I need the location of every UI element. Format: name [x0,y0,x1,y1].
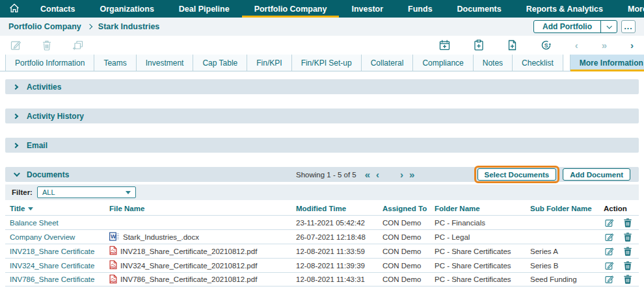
section-label: Activity History [27,112,84,121]
chevron-right-icon [13,142,18,147]
tab-collateral[interactable]: Collateral [362,55,414,71]
nav-item-portfolio-company[interactable]: Portfolio Company [242,0,340,18]
documents-pagination: Showing 1 - 5 of 5 « ‹ › » [296,167,414,182]
svg-text:S: S [544,42,548,49]
home-icon [9,3,20,15]
table-row: INV218_Share Certificate PDF INV218_Shar… [5,244,639,258]
tab-label: Checklist [522,58,554,68]
filter-dropdown[interactable]: ALL [37,186,136,198]
toolbar-right-group: S ‹ » › [439,40,634,51]
delete-icon[interactable] [624,275,632,284]
previous-record-icon[interactable]: ‹ [575,40,578,50]
tab-portfolio-information[interactable]: Portfolio Information [5,55,94,71]
edit-icon[interactable] [605,275,614,284]
sync-status-icon[interactable]: S [541,40,552,51]
tab-label: Cap Table [202,58,237,68]
tab-label: Notes [483,58,503,68]
delete-icon[interactable] [624,218,632,227]
tab-fin-kpi[interactable]: Fin/KPI [247,55,291,71]
action-cell [604,275,639,284]
delete-icon[interactable] [624,261,632,270]
table-row: Company Overview W Stark_Industries_.doc… [5,229,639,244]
assigned-to-cell: CON Demo [382,233,435,241]
document-title-link[interactable]: INV786_Share Certificate [5,275,109,283]
assigned-to-cell: CON Demo [382,275,435,283]
tab-compliance[interactable]: Compliance [413,55,473,71]
table-row: INV324_Share Certificate PDF INV324_Shar… [5,258,639,272]
svg-text:W: W [111,233,116,240]
tab-fin-kpi-setup[interactable]: Fin/KPI Set-up [292,55,362,71]
document-title-link[interactable]: INV324_Share Certificate [5,262,109,270]
nav-item-organizations[interactable]: Organizations [87,0,166,18]
tab-more-information[interactable]: More Information [570,55,644,71]
add-portfolio-dropdown-button[interactable] [600,21,617,32]
next-record-icon[interactable]: › [630,40,634,50]
more-options-button[interactable]: ... [621,20,636,33]
documents-table: Title File Name Modified Time Assigned T… [5,201,639,287]
sort-descending-icon [28,207,33,210]
breadcrumb-section-link[interactable]: Portfolio Company [8,22,81,31]
document-file-link[interactable]: W Stark_Industries_.docx [109,232,296,242]
record-toolbar: S ‹ » › [0,36,644,55]
next-page-icon[interactable]: › [400,170,403,179]
edit-icon[interactable] [605,261,614,270]
document-file-link[interactable]: PDF INV324_Share_Certificate_20210812.pd… [109,260,296,271]
nav-item-contacts[interactable]: Contacts [28,0,87,18]
section-activity-history[interactable]: Activity History [5,108,639,123]
tab-teams[interactable]: Teams [94,55,136,71]
edit-icon[interactable] [605,247,614,256]
previous-page-icon[interactable]: ‹ [376,170,379,179]
column-header-sub-folder-name: Sub Folder Name [530,205,604,212]
document-title-link[interactable]: INV218_Share Certificate [5,248,109,255]
tab-label: More Information [580,58,643,68]
nav-item-funds[interactable]: Funds [396,0,445,18]
tab-checklist[interactable]: Checklist [513,55,563,71]
nav-item-reports-analytics[interactable]: Reports & Analytics [514,0,615,18]
home-nav-button[interactable] [0,0,28,18]
assigned-to-cell: CON Demo [382,262,435,270]
select-documents-button[interactable]: Select Documents [477,168,557,181]
document-title-link[interactable]: Balance Sheet [5,219,109,227]
tab-label: Fin/KPI Set-up [301,58,352,68]
edit-icon[interactable] [605,218,614,227]
edit-record-icon[interactable] [10,40,21,51]
tab-notes[interactable]: Notes [474,55,513,71]
delete-icon[interactable] [624,233,632,242]
section-activities[interactable]: Activities [5,79,639,94]
dropdown-arrow-icon [126,191,131,194]
last-record-icon[interactable]: » [602,40,607,50]
nav-item-investor[interactable]: Investor [339,0,396,18]
folder-name-cell: PC - Share Certificates [435,262,530,270]
add-document-icon[interactable] [507,40,517,51]
first-page-icon[interactable]: « [365,170,370,179]
delete-icon[interactable] [624,247,632,256]
section-documents[interactable]: Documents Showing 1 - 5 of 5 « ‹ › » Sel… [5,167,639,182]
tab-cap-table[interactable]: Cap Table [193,55,247,71]
section-email[interactable]: Email [5,138,639,153]
last-page-icon[interactable]: » [409,170,414,179]
document-file-link[interactable]: PDF INV218_Share_Certificate_20210812.pd… [109,246,296,257]
document-file-link[interactable]: PDF INV786_Share_Certificate_20210812.pd… [109,274,296,285]
folder-name-cell: PC - Financials [435,219,530,227]
svg-text:PDF: PDF [111,279,116,283]
add-event-icon[interactable] [439,40,450,51]
nav-item-more[interactable]: More [615,0,644,18]
add-task-icon[interactable] [474,40,484,51]
column-header-title[interactable]: Title [5,205,109,212]
edit-icon[interactable] [605,233,614,242]
add-document-button[interactable]: Add Document [563,168,630,181]
action-cell [604,261,639,270]
add-portfolio-button[interactable]: Add Portfolio [534,21,600,32]
tab-investment[interactable]: Investment [137,55,194,71]
pdf-file-icon: PDF [109,246,117,257]
word-file-icon: W [109,232,120,242]
nav-item-deal-pipeline[interactable]: Deal Pipeline [167,0,242,18]
delete-record-icon[interactable] [42,40,51,51]
action-cell [604,218,639,227]
document-title-link[interactable]: Company Overview [5,233,109,241]
clone-record-icon[interactable] [72,40,83,51]
tab-label: Portfolio Information [15,58,85,68]
column-header-file-name: File Name [109,205,296,212]
nav-item-documents[interactable]: Documents [445,0,514,18]
nav-label: Funds [408,5,433,14]
